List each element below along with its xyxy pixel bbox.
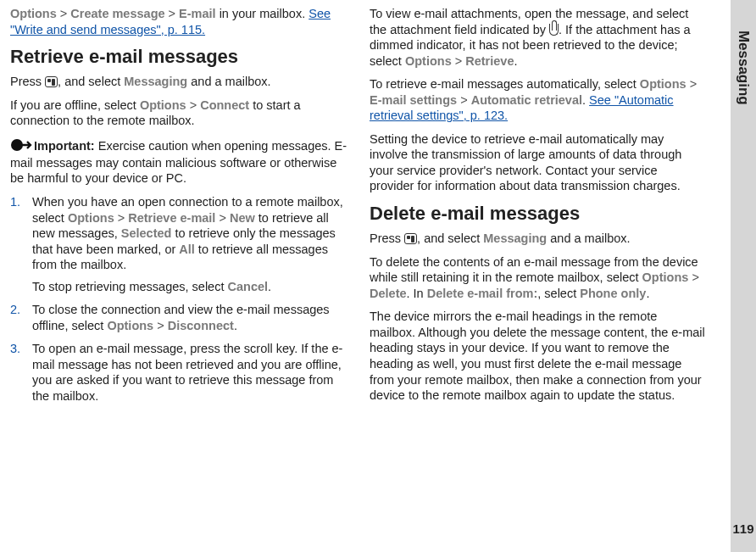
paperclip-icon bbox=[549, 24, 559, 36]
menu-options: Options bbox=[107, 319, 153, 332]
menu-new: New bbox=[230, 211, 255, 225]
text: . In bbox=[407, 287, 427, 300]
mirror-para: The device mirrors the e-mail headings i… bbox=[370, 309, 705, 403]
delete-para: To delete the contents of an e-mail mess… bbox=[370, 254, 705, 302]
home-key-icon bbox=[404, 233, 417, 244]
menu-phone-only: Phone only bbox=[580, 287, 646, 300]
sep-icon: > bbox=[118, 211, 125, 225]
text: . bbox=[514, 54, 517, 68]
text: To stop retrieving messages, select bbox=[32, 280, 228, 293]
sep-icon: > bbox=[219, 211, 225, 225]
menu-options: Options bbox=[640, 77, 687, 91]
steps-list: 1. When you have an open connection to a… bbox=[10, 194, 351, 404]
menu-options: Options bbox=[10, 7, 57, 20]
page-number: 119 bbox=[731, 521, 756, 537]
menu-messaging: Messaging bbox=[483, 231, 547, 245]
menu-delete-from: Delete e-mail from: bbox=[427, 287, 538, 300]
step-1-sub: To stop retrieving messages, select Canc… bbox=[32, 279, 351, 295]
menu-all: All bbox=[179, 243, 195, 256]
menu-connect: Connect bbox=[200, 98, 249, 112]
text: , select bbox=[537, 287, 580, 300]
important-icon bbox=[10, 137, 32, 155]
menu-email-settings: E-mail settings bbox=[370, 93, 457, 107]
menu-options: Options bbox=[140, 98, 186, 112]
menu-selected: Selected bbox=[121, 226, 172, 240]
text: Press bbox=[370, 231, 404, 245]
text: If you are offline, select bbox=[10, 98, 140, 112]
text: , and select bbox=[417, 231, 483, 245]
text: . bbox=[268, 280, 271, 293]
auto-retrieve-para: To retrieve e-mail messages automaticall… bbox=[370, 76, 705, 124]
menu-messaging: Messaging bbox=[124, 75, 187, 88]
attachments-para: To view e-mail attachments, open the mes… bbox=[370, 6, 705, 69]
menu-retrieve: Retrieve bbox=[465, 54, 514, 68]
sep-icon: > bbox=[692, 270, 698, 284]
menu-delete: Delete bbox=[370, 287, 407, 300]
left-column: Options > Create message > E-mail in you… bbox=[7, 0, 361, 552]
right-column: To view e-mail attachments, open the mes… bbox=[361, 0, 715, 552]
menu-create-message: Create message bbox=[70, 7, 164, 20]
menu-options: Options bbox=[642, 270, 689, 284]
intro-line: Options > Create message > E-mail in you… bbox=[10, 6, 351, 37]
sep-icon: > bbox=[455, 54, 462, 68]
sep-icon: > bbox=[169, 7, 175, 20]
press-line-2: Press , and select Messaging and a mailb… bbox=[370, 231, 705, 247]
offline-line: If you are offline, select Options > Con… bbox=[10, 98, 351, 129]
menu-retrieve-email: Retrieve e-mail bbox=[128, 211, 215, 225]
svg-point-0 bbox=[11, 139, 23, 151]
menu-options: Options bbox=[68, 211, 114, 225]
home-key-icon bbox=[45, 76, 58, 87]
step-3: 3. To open an e-mail message, press the … bbox=[10, 341, 351, 404]
text: To open an e-mail message, press the scr… bbox=[32, 342, 342, 403]
step-1: 1. When you have an open connection to a… bbox=[10, 194, 351, 294]
text: . bbox=[646, 287, 649, 300]
heading-delete: Delete e-mail messages bbox=[370, 202, 705, 226]
menu-email: E-mail bbox=[179, 7, 216, 20]
press-line: Press , and select Messaging and a mailb… bbox=[10, 74, 351, 90]
text: . bbox=[582, 93, 589, 107]
important-block: Important: Exercise caution when opening… bbox=[10, 137, 351, 187]
important-label: Important: bbox=[34, 139, 95, 153]
step-number: 1. bbox=[10, 194, 20, 210]
heading-retrieve: Retrieve e-mail messages bbox=[10, 45, 351, 69]
text: , and select bbox=[58, 75, 124, 88]
sep-icon: > bbox=[60, 7, 67, 20]
manual-page: Options > Create message > E-mail in you… bbox=[0, 0, 729, 552]
section-label: Messaging bbox=[734, 3, 753, 29]
sep-icon: > bbox=[460, 93, 467, 107]
text: Press bbox=[10, 75, 45, 88]
text: To retrieve e-mail messages automaticall… bbox=[370, 77, 640, 91]
sep-icon: > bbox=[190, 98, 197, 112]
menu-cancel: Cancel bbox=[228, 280, 269, 293]
step-2: 2. To close the connection and view the … bbox=[10, 302, 351, 333]
side-tab: Messaging 119 bbox=[731, 0, 756, 552]
text: in your mailbox. bbox=[216, 7, 309, 20]
menu-automatic-retrieval: Automatic retrieval bbox=[471, 93, 582, 107]
sep-icon: > bbox=[157, 319, 164, 332]
sep-icon: > bbox=[690, 77, 697, 91]
step-number: 3. bbox=[10, 341, 20, 357]
charges-para: Setting the device to retrieve e-mail au… bbox=[370, 131, 705, 194]
menu-options: Options bbox=[405, 54, 452, 68]
text: and a mailbox. bbox=[547, 231, 630, 245]
step-number: 2. bbox=[10, 302, 20, 318]
text: . bbox=[234, 319, 237, 332]
text: and a mailbox. bbox=[187, 75, 270, 88]
menu-disconnect: Disconnect bbox=[168, 319, 234, 332]
